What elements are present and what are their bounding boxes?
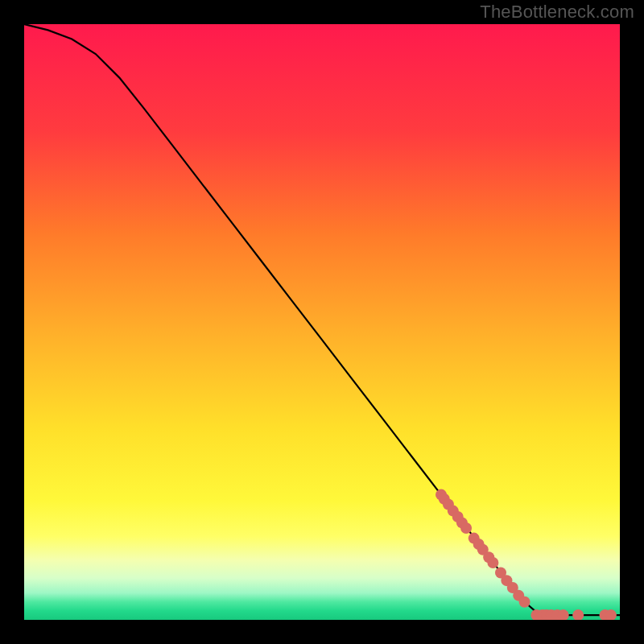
data-marker	[487, 557, 498, 568]
data-marker	[519, 597, 530, 608]
data-markers	[436, 489, 617, 620]
data-marker	[460, 522, 472, 534]
chart-svg	[24, 24, 620, 620]
curve-line	[24, 24, 620, 615]
watermark-text: TheBottleneck.com	[480, 2, 634, 23]
chart-frame: TheBottleneck.com	[0, 0, 644, 644]
data-marker	[572, 609, 584, 620]
plot-area	[24, 24, 620, 620]
